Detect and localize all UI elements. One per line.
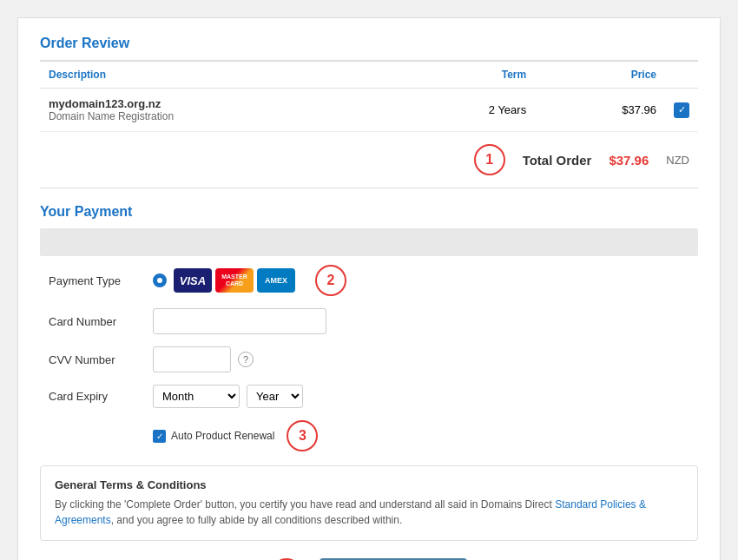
terms-text-after: , and you agree to fully abide by all co… (111, 514, 403, 526)
card-number-control (153, 308, 698, 334)
table-row: mydomain123.org.nz Domain Name Registrat… (40, 89, 698, 132)
order-table: Description Term Price mydomain123.org.n… (40, 60, 698, 132)
expiry-label: Card Expiry (49, 390, 153, 403)
domain-checkbox[interactable]: ✓ (674, 102, 689, 118)
payment-type-control: VISA MASTERCARD AMEX 2 (153, 265, 698, 296)
col-term: Term (397, 61, 535, 89)
step-1-circle: 1 (474, 144, 505, 175)
page-container: Order Review Description Term Price mydo… (17, 17, 721, 560)
domain-name: mydomain123.org.nz (49, 97, 388, 110)
total-label: Total Order (523, 153, 592, 168)
terms-text: By clicking the 'Complete Order' button,… (55, 497, 683, 528)
cvv-input[interactable] (153, 346, 231, 372)
terms-text-before: By clicking the 'Complete Order' button,… (55, 498, 555, 511)
amex-logo: AMEX (257, 268, 295, 293)
domain-price: $37.96 (535, 89, 665, 132)
credit-card-radio[interactable] (153, 273, 167, 287)
card-number-input[interactable] (153, 308, 326, 334)
month-select[interactable]: Month January February March April May J… (153, 385, 240, 408)
card-number-row: Card Number (40, 308, 698, 334)
cvv-row: CVV Number ? (40, 346, 698, 372)
mastercard-logo: MASTERCARD (215, 268, 254, 293)
cvv-help-icon[interactable]: ? (238, 352, 254, 367)
card-expiry-row: Card Expiry Month January February March… (40, 385, 698, 408)
visa-logo: VISA (174, 268, 212, 293)
payment-type-row: Payment Type VISA MASTERCARD AMEX 2 (40, 265, 698, 296)
year-select[interactable]: Year 2024 2025 2026 2027 2028 2029 2030 (247, 385, 303, 408)
expiry-control: Month January February March April May J… (153, 385, 698, 408)
order-review-title: Order Review (40, 36, 698, 51)
col-price: Price (535, 61, 665, 89)
step-3-circle: 3 (287, 420, 318, 451)
total-row: 1 Total Order $37.96 NZD (40, 132, 698, 188)
cvv-label: CVV Number (49, 353, 153, 366)
col-description: Description (40, 61, 397, 89)
mc-text: MASTERCARD (221, 273, 247, 287)
total-currency: NZD (666, 154, 689, 167)
cvv-control: ? (153, 346, 698, 372)
domain-checkbox-cell: ✓ (665, 89, 698, 132)
total-amount: $37.96 (609, 153, 649, 168)
payment-type-label: Payment Type (49, 274, 153, 287)
terms-title: General Terms & Conditions (55, 478, 683, 491)
domain-term: 2 Years (397, 89, 535, 132)
terms-box: General Terms & Conditions By clicking t… (40, 465, 698, 541)
step-2-circle: 2 (315, 265, 346, 296)
auto-renewal-label: Auto Product Renewal (171, 430, 274, 442)
auto-renewal-checkbox[interactable]: ✓ (153, 430, 166, 443)
domain-cell: mydomain123.org.nz Domain Name Registrat… (40, 89, 397, 132)
payment-section: Your Payment Payment Type VISA MASTERCAR… (40, 204, 698, 560)
payment-title: Your Payment (40, 204, 698, 220)
card-logos: VISA MASTERCARD AMEX (174, 268, 295, 293)
payment-bar (40, 228, 698, 256)
auto-renewal-row: ✓ Auto Product Renewal 3 (40, 420, 698, 451)
col-check (665, 61, 698, 89)
card-number-label: Card Number (49, 315, 153, 328)
domain-subdesc: Domain Name Registration (49, 110, 388, 122)
